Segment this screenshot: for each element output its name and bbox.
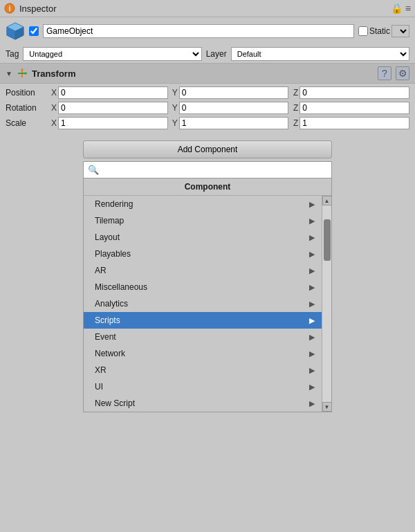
component-item-label: Network	[95, 349, 125, 358]
component-list: Component Rendering▶Tilemap▶Layout▶Playa…	[83, 178, 332, 412]
svg-marker-9	[25, 72, 28, 75]
component-item-miscellaneous[interactable]: Miscellaneous▶	[84, 279, 322, 295]
component-item-new-script[interactable]: New Script▶	[84, 395, 322, 412]
static-label: Static	[369, 26, 390, 36]
scroll-track	[322, 205, 331, 402]
scrollbar[interactable]: ▲ ▼	[322, 196, 331, 412]
rotation-y-label: Y	[169, 103, 178, 113]
component-item-tilemap[interactable]: Tilemap▶	[84, 212, 322, 229]
static-checkbox[interactable]	[358, 26, 368, 36]
inspector-panel: Static Tag Untagged Layer Default ▼ Tran…	[0, 17, 415, 412]
position-z-label: Z	[290, 88, 298, 98]
inspector-icon: i	[4, 3, 15, 14]
component-item-label: Analytics	[95, 299, 128, 309]
component-item-label: Scripts	[95, 315, 120, 325]
position-z-input[interactable]	[299, 86, 409, 99]
component-list-body: Rendering▶Tilemap▶Layout▶Playables▶AR▶Mi…	[84, 196, 331, 412]
position-y-input[interactable]	[179, 86, 289, 99]
rotation-z-input[interactable]	[299, 102, 409, 114]
component-arrow-icon: ▶	[309, 283, 315, 292]
gameobject-row: Static	[0, 17, 415, 45]
search-box-container: 🔍	[83, 161, 332, 178]
component-item-event[interactable]: Event▶	[84, 329, 322, 345]
rotation-row: Rotation X Y Z	[0, 100, 415, 116]
component-item-label: New Script	[95, 398, 135, 408]
rotation-z-label: Z	[290, 103, 298, 113]
position-xyz: X Y Z	[48, 86, 409, 99]
scale-z-label: Z	[290, 118, 298, 128]
position-x-input[interactable]	[58, 86, 168, 99]
add-component-button[interactable]: Add Component	[83, 140, 332, 158]
transform-help-button[interactable]: ?	[378, 66, 391, 80]
scale-y-input[interactable]	[179, 117, 289, 129]
component-item-analytics[interactable]: Analytics▶	[84, 295, 322, 312]
title-bar: i Inspector 🔒 ≡	[0, 0, 415, 17]
svg-text:i: i	[9, 5, 11, 12]
rotation-y-input[interactable]	[179, 102, 289, 114]
tag-select[interactable]: Untagged	[23, 47, 201, 61]
scroll-thumb[interactable]	[324, 219, 331, 261]
rotation-x-input[interactable]	[58, 102, 168, 114]
scale-y-label: Y	[169, 118, 178, 128]
component-item-xr[interactable]: XR▶	[84, 362, 322, 378]
scroll-arrow-up[interactable]: ▲	[322, 196, 332, 205]
component-item-label: AR	[95, 266, 107, 275]
component-item-label: Miscellaneous	[95, 282, 147, 292]
component-item-ar[interactable]: AR▶	[84, 262, 322, 279]
transform-icon	[17, 68, 28, 79]
scale-z-input[interactable]	[299, 117, 409, 129]
component-item-label: Event	[95, 332, 116, 342]
component-arrow-icon: ▶	[309, 266, 315, 275]
rotation-xyz: X Y Z	[48, 102, 409, 114]
transform-header: ▼ Transform ? ⚙	[0, 63, 415, 84]
component-arrow-icon: ▶	[309, 300, 315, 309]
lock-icon[interactable]: 🔒	[391, 3, 403, 14]
gameobject-name-input[interactable]	[43, 24, 354, 38]
component-item-layout[interactable]: Layout▶	[84, 229, 322, 246]
tag-label: Tag	[6, 49, 19, 59]
transform-gear-button[interactable]: ⚙	[396, 66, 409, 80]
component-item-label: Layout	[95, 232, 120, 242]
scale-x-input[interactable]	[58, 117, 168, 129]
tag-layer-row: Tag Untagged Layer Default	[0, 45, 415, 63]
component-arrow-icon: ▶	[309, 233, 315, 242]
gameobject-cube-icon	[6, 21, 25, 41]
component-item-scripts[interactable]: Scripts▶	[84, 312, 322, 329]
component-item-label: Rendering	[95, 199, 133, 209]
component-arrow-icon: ▶	[309, 316, 315, 325]
component-arrow-icon: ▶	[309, 366, 315, 375]
component-arrow-icon: ▶	[309, 200, 315, 209]
title-bar-label: Inspector	[19, 3, 56, 14]
position-y-label: Y	[169, 88, 178, 98]
component-item-label: Tilemap	[95, 216, 124, 226]
position-row: Position X Y Z	[0, 85, 415, 100]
add-component-container: Add Component 🔍 Component Rendering▶Tile…	[83, 140, 332, 412]
scale-row: Scale X Y Z	[0, 116, 415, 131]
scale-x-label: X	[48, 118, 57, 128]
layer-select[interactable]: Default	[231, 47, 409, 61]
transform-collapse-arrow[interactable]: ▼	[6, 70, 12, 77]
component-item-ui[interactable]: UI▶	[84, 378, 322, 395]
scale-xyz: X Y Z	[48, 117, 409, 129]
component-list-items: Rendering▶Tilemap▶Layout▶Playables▶AR▶Mi…	[84, 196, 322, 412]
component-arrow-icon: ▶	[309, 217, 315, 226]
component-list-header: Component	[84, 178, 331, 196]
component-arrow-icon: ▶	[309, 333, 315, 342]
scroll-arrow-down[interactable]: ▼	[322, 402, 332, 412]
title-bar-controls: 🔒 ≡	[391, 3, 411, 14]
transform-title: Transform	[32, 68, 374, 79]
menu-icon[interactable]: ≡	[405, 3, 411, 14]
component-item-rendering[interactable]: Rendering▶	[84, 196, 322, 212]
static-dropdown[interactable]	[391, 25, 409, 37]
component-item-playables[interactable]: Playables▶	[84, 246, 322, 262]
component-item-label: Playables	[95, 249, 131, 259]
search-input[interactable]	[102, 165, 327, 175]
position-x-label: X	[48, 88, 57, 98]
gameobject-active-checkbox[interactable]	[29, 26, 39, 36]
component-item-label: XR	[95, 365, 107, 375]
rotation-x-label: X	[48, 103, 57, 113]
component-arrow-icon: ▶	[309, 349, 315, 358]
layer-label: Layer	[206, 49, 227, 59]
component-arrow-icon: ▶	[309, 383, 315, 392]
component-item-network[interactable]: Network▶	[84, 345, 322, 362]
